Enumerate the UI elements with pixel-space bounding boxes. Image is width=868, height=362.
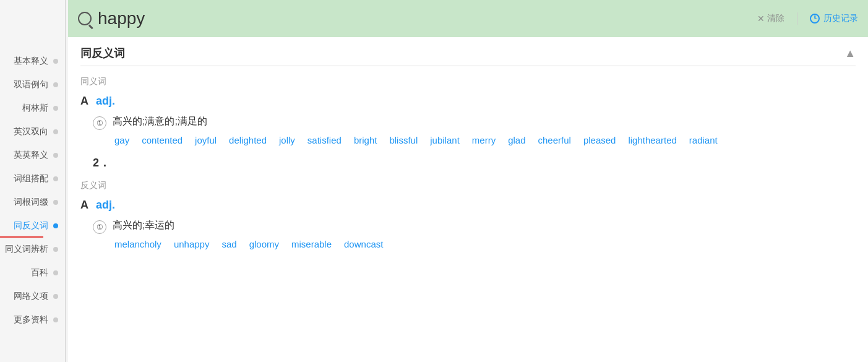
synonyms-pos-letter: A	[80, 95, 88, 108]
synonyms-label: 同义词	[80, 76, 856, 87]
synonym-contented[interactable]: contented	[142, 135, 183, 145]
antonyms-pos-tag: adj.	[96, 199, 115, 212]
antonym-def-num-1: ①	[93, 220, 106, 234]
sidebar-dot	[53, 200, 58, 205]
sidebar-item-en-en[interactable]: 英英释义	[0, 144, 68, 167]
antonyms-pos-letter: A	[80, 199, 88, 212]
sidebar-dot	[53, 59, 58, 64]
synonym-radiant[interactable]: radiant	[689, 135, 718, 145]
sidebar-item-collins[interactable]: 柯林斯	[0, 97, 68, 120]
antonyms-words-row: melancholy unhappy sad gloomy miserable …	[80, 239, 856, 249]
sidebar-dot	[53, 153, 58, 158]
sidebar: 基本释义 双语例句 柯林斯 英汉双向 英英释义 词组搭配 词根词缀 同反义词 同…	[0, 0, 68, 362]
sidebar-label: 词组搭配	[14, 173, 48, 184]
section-title: 同反义词	[80, 46, 125, 61]
sidebar-item-basic-meaning[interactable]: 基本释义	[0, 50, 68, 73]
sidebar-dot	[53, 82, 58, 87]
sidebar-label: 更多资料	[14, 314, 48, 325]
antonym-unhappy[interactable]: unhappy	[174, 239, 210, 249]
section-header: 同反义词 ▲	[80, 37, 856, 66]
sidebar-label: 双语例句	[14, 79, 48, 90]
sidebar-item-collocations[interactable]: 词组搭配	[0, 167, 68, 191]
sidebar-label: 英英释义	[14, 150, 48, 161]
antonym-gloomy[interactable]: gloomy	[249, 239, 279, 249]
synonyms-pos-tag: adj.	[96, 95, 115, 108]
sidebar-label: 柯林斯	[22, 103, 48, 114]
search-bar: ✕ 清除 历史记录	[68, 0, 868, 37]
history-button[interactable]: 历史记录	[810, 13, 858, 24]
collapse-button[interactable]: ▲	[844, 47, 856, 60]
sidebar-dot	[53, 317, 58, 322]
antonym-def-text-1: 高兴的;幸运的	[113, 219, 174, 232]
synonym-merry[interactable]: merry	[472, 135, 496, 145]
sidebar-dot	[53, 176, 58, 181]
antonyms-pos-row: A adj.	[80, 199, 856, 212]
synonym-joyful[interactable]: joyful	[195, 135, 217, 145]
synonym-glad[interactable]: glad	[508, 135, 525, 145]
sidebar-label: 英汉双向	[14, 126, 48, 137]
synonym-jubilant[interactable]: jubilant	[430, 135, 460, 145]
synonym-gay[interactable]: gay	[114, 135, 129, 145]
sidebar-item-roots[interactable]: 词根词缀	[0, 191, 68, 214]
sidebar-item-en-zh[interactable]: 英汉双向	[0, 120, 68, 144]
sidebar-item-synonyms-antonyms[interactable]: 同反义词	[0, 214, 68, 238]
sidebar-label: 网络义项	[14, 291, 48, 302]
def-text-1: 高兴的;满意的;满足的	[113, 115, 207, 128]
number-2-row: 2．	[80, 155, 856, 170]
antonym-downcast[interactable]: downcast	[344, 239, 383, 249]
x-icon: ✕	[757, 14, 765, 24]
sidebar-dot	[53, 223, 58, 228]
sidebar-label: 同反义词	[14, 220, 48, 231]
sidebar-label: 词根词缀	[14, 197, 48, 208]
sidebar-label: 同义词辨析	[5, 244, 48, 255]
sidebar-item-bilingual-sentences[interactable]: 双语例句	[0, 73, 68, 97]
search-actions: ✕ 清除 历史记录	[757, 12, 858, 25]
search-input[interactable]	[98, 9, 747, 28]
synonym-jolly[interactable]: jolly	[279, 135, 295, 145]
synonym-pleased[interactable]: pleased	[583, 135, 616, 145]
sidebar-label: 百科	[31, 267, 48, 278]
synonym-bright[interactable]: bright	[354, 135, 377, 145]
sidebar-dot	[53, 106, 58, 111]
antonym-melancholy[interactable]: melancholy	[114, 239, 161, 249]
number-2: 2．	[93, 157, 110, 169]
antonym-miserable[interactable]: miserable	[291, 239, 332, 249]
def-num-1: ①	[93, 116, 106, 130]
sidebar-dot	[53, 294, 58, 299]
synonym-delighted[interactable]: delighted	[229, 135, 267, 145]
synonym-satisfied[interactable]: satisfied	[307, 135, 342, 145]
synonym-cheerful[interactable]: cheerful	[538, 135, 571, 145]
antonyms-section: 反义词 A adj. ① 高兴的;幸运的 melancholy unhappy …	[80, 180, 856, 249]
synonyms-def-row-1: ① 高兴的;满意的;满足的	[80, 115, 856, 130]
sidebar-dot	[53, 270, 58, 275]
clear-label: 清除	[767, 13, 784, 24]
sidebar-dot	[53, 247, 58, 252]
clear-button[interactable]: ✕ 清除	[757, 13, 784, 24]
content-area: 同反义词 ▲ 同义词 A adj. ① 高兴的;满意的;满足的 gay cont…	[68, 37, 868, 362]
synonyms-words-row: gay contented joyful delighted jolly sat…	[80, 135, 856, 145]
synonym-lighthearted[interactable]: lighthearted	[628, 135, 676, 145]
main-content: ✕ 清除 历史记录 同反义词 ▲ 同义词 A adj. ① 高兴的;满意的;满足…	[68, 0, 868, 362]
sidebar-item-synonym-analysis[interactable]: 同义词辨析	[0, 238, 68, 261]
sidebar-dot	[53, 129, 58, 134]
antonym-sad[interactable]: sad	[221, 239, 236, 249]
divider	[797, 12, 797, 25]
antonyms-label: 反义词	[80, 180, 856, 191]
clock-icon	[810, 14, 820, 24]
sidebar-item-encyclopedia[interactable]: 百科	[0, 261, 68, 285]
antonyms-def-row-1: ① 高兴的;幸运的	[80, 219, 856, 234]
search-icon	[78, 12, 92, 25]
history-label: 历史记录	[823, 13, 858, 24]
sidebar-item-more-resources[interactable]: 更多资料	[0, 308, 68, 332]
synonym-blissful[interactable]: blissful	[389, 135, 418, 145]
sidebar-label: 基本释义	[14, 56, 48, 67]
synonyms-pos-row: A adj.	[80, 95, 856, 108]
sidebar-item-web-meaning[interactable]: 网络义项	[0, 285, 68, 308]
